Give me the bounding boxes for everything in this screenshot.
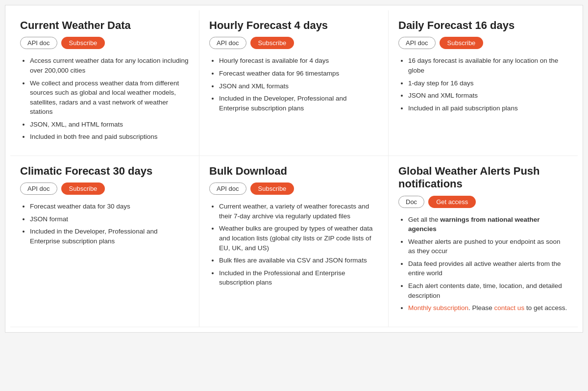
features-list-bulk-download: Current weather, a variety of weather fo…: [209, 202, 378, 287]
list-item: JSON, XML, and HTML formats: [30, 120, 189, 130]
features-list-climatic-forecast: Forecast weather data for 30 days JSON f…: [20, 202, 189, 246]
api-doc-button-current-weather[interactable]: API doc: [20, 37, 57, 49]
list-item-datafeed: Data feed provides all active weather al…: [408, 259, 568, 278]
card-title-bulk-download: Bulk Download: [209, 165, 378, 178]
doc-button-global-alerts[interactable]: Doc: [398, 196, 424, 208]
list-item: Included in both free and paid subscript…: [30, 132, 189, 142]
list-item: Hourly forecast is available for 4 days: [219, 56, 378, 66]
features-list-current-weather: Access current weather data for any loca…: [20, 56, 189, 142]
card-daily-forecast: Daily Forecast 16 days API doc Subscribe…: [389, 10, 578, 156]
card-title-climatic-forecast: Climatic Forecast 30 days: [20, 165, 189, 178]
list-item: Forecast weather data for 96 timestamps: [219, 69, 378, 78]
api-doc-button-bulk-download[interactable]: API doc: [209, 182, 246, 195]
list-item: Included in the Professional and Enterpr…: [219, 268, 378, 287]
subscribe-button-hourly-forecast[interactable]: Subscribe: [250, 37, 294, 49]
list-item: Bulk files are available via CSV and JSO…: [219, 256, 378, 265]
main-container: Current Weather Data API doc Subscribe A…: [5, 5, 583, 333]
monthly-subscription-link[interactable]: Monthly subscription: [408, 304, 468, 312]
api-doc-button-climatic-forecast[interactable]: API doc: [20, 182, 57, 195]
list-item: We collect and process weather data from…: [30, 78, 189, 117]
features-list-hourly-forecast: Hourly forecast is available for 4 days …: [209, 56, 378, 113]
card-bulk-download: Bulk Download API doc Subscribe Current …: [199, 156, 389, 327]
list-item: JSON and XML formats: [408, 91, 568, 101]
features-list-global-alerts: Get all the warnings from national weath…: [398, 215, 568, 313]
card-title-daily-forecast: Daily Forecast 16 days: [398, 19, 568, 32]
subscribe-button-daily-forecast[interactable]: Subscribe: [440, 37, 484, 49]
api-doc-button-daily-forecast[interactable]: API doc: [398, 37, 436, 49]
list-item: Forecast weather data for 30 days: [30, 202, 189, 211]
list-item: Included in the Developer, Professional …: [219, 94, 378, 113]
list-item: Included in all paid subscription plans: [408, 104, 568, 113]
card-title-hourly-forecast: Hourly Forecast 4 days: [209, 19, 378, 32]
card-title-global-alerts: Global Weather Alerts Push notifications: [398, 165, 568, 191]
list-item: 16 days forecast is available for any lo…: [408, 56, 568, 75]
api-doc-button-hourly-forecast[interactable]: API doc: [209, 37, 246, 49]
list-item-warnings: Get all the warnings from national weath…: [408, 215, 568, 234]
subscribe-button-climatic-forecast[interactable]: Subscribe: [61, 182, 105, 195]
list-item: Included in the Developer, Professional …: [30, 227, 189, 246]
card-hourly-forecast: Hourly Forecast 4 days API doc Subscribe…: [199, 10, 389, 156]
contact-us-link[interactable]: contact us: [494, 304, 525, 312]
list-item: Access current weather data for any loca…: [30, 56, 189, 75]
subscribe-button-bulk-download[interactable]: Subscribe: [250, 182, 294, 195]
list-item: JSON format: [30, 214, 189, 224]
button-row-hourly-forecast: API doc Subscribe: [209, 37, 378, 49]
card-title-current-weather: Current Weather Data: [20, 19, 189, 32]
list-item: JSON and XML formats: [219, 81, 378, 91]
button-row-global-alerts: Doc Get access: [398, 196, 568, 208]
button-row-daily-forecast: API doc Subscribe: [398, 37, 568, 49]
list-item: Weather bulks are grouped by types of we…: [219, 224, 378, 253]
button-row-climatic-forecast: API doc Subscribe: [20, 182, 189, 195]
card-climatic-forecast: Climatic Forecast 30 days API doc Subscr…: [10, 156, 199, 327]
subscribe-button-current-weather[interactable]: Subscribe: [61, 37, 105, 49]
list-item-subscription: Monthly subscription. Please contact us …: [408, 303, 568, 313]
button-row-bulk-download: API doc Subscribe: [209, 182, 378, 195]
bold-text-warnings: warnings from national weather agencies: [408, 216, 540, 233]
cards-grid: Current Weather Data API doc Subscribe A…: [10, 10, 578, 327]
button-row-current-weather: API doc Subscribe: [20, 37, 189, 49]
getaccess-button-global-alerts[interactable]: Get access: [428, 196, 476, 208]
list-item: 1-day step for 16 days: [408, 78, 568, 88]
list-item-push: Weather alerts are pushed to your endpoi…: [408, 237, 568, 256]
card-global-alerts: Global Weather Alerts Push notifications…: [389, 156, 578, 327]
card-current-weather: Current Weather Data API doc Subscribe A…: [10, 10, 199, 156]
features-list-daily-forecast: 16 days forecast is available for any lo…: [398, 56, 568, 113]
list-item: Current weather, a variety of weather fo…: [219, 202, 378, 221]
list-item-contents: Each alert contents date, time, location…: [408, 281, 568, 300]
